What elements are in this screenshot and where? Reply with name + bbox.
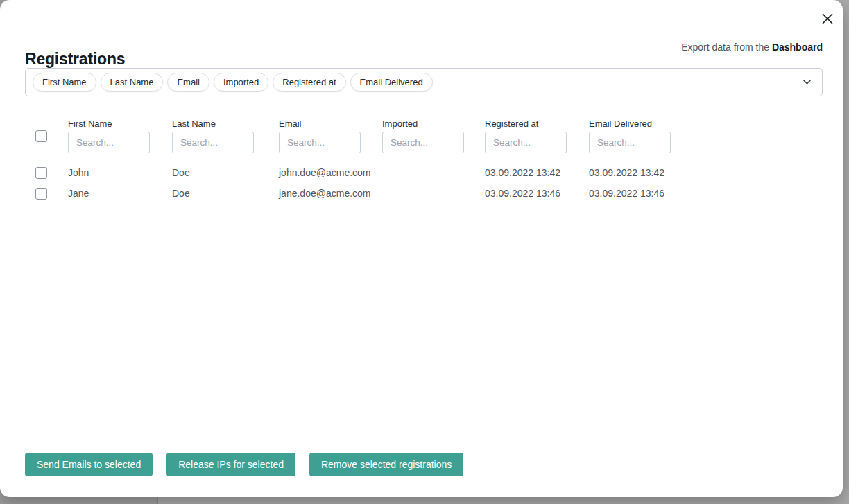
filter-chip-email[interactable]: Email (167, 73, 209, 92)
column-header-email-delivered: Email Delivered (589, 119, 823, 153)
column-filter-bar[interactable]: First Name Last Name Email Imported Regi… (25, 68, 823, 96)
cell-first-name: John (68, 167, 172, 178)
column-header-last-name: Last Name (172, 119, 279, 153)
cell-email: john.doe@acme.com (279, 167, 382, 178)
column-header-email: Email (279, 119, 382, 153)
select-all-cell (25, 119, 68, 153)
column-header-imported: Imported (382, 119, 485, 153)
close-icon (821, 12, 834, 25)
cell-registered-at: 03.09.2022 13:46 (485, 188, 589, 199)
search-input-first-name[interactable] (68, 132, 150, 153)
export-note: Export data from the Dashboard (681, 42, 823, 53)
table-row[interactable]: John Doe john.doe@acme.com 03.09.2022 13… (25, 162, 823, 183)
column-label: First Name (68, 119, 172, 129)
bulk-actions: Send Emails to selected Release IPs for … (25, 453, 463, 476)
filter-chip-imported[interactable]: Imported (214, 73, 268, 92)
filter-chip-last-name[interactable]: Last Name (101, 73, 164, 92)
row-select-cell (25, 188, 68, 200)
cell-email: jane.doe@acme.com (279, 188, 382, 199)
registrations-table: First Name Last Name Email Imported Regi… (25, 119, 823, 204)
cell-last-name: Doe (172, 188, 279, 199)
dashboard-link[interactable]: Dashboard (772, 42, 823, 53)
export-note-text: Export data from the (681, 42, 772, 53)
column-header-registered-at: Registered at (485, 119, 589, 153)
row-checkbox[interactable] (35, 188, 47, 200)
column-label: Last Name (172, 119, 279, 129)
page-title: Registrations (25, 50, 125, 69)
table-header-row: First Name Last Name Email Imported Regi… (25, 119, 823, 153)
search-input-registered-at[interactable] (485, 132, 567, 153)
filter-chip-first-name[interactable]: First Name (33, 73, 96, 92)
send-emails-button[interactable]: Send Emails to selected (25, 453, 153, 476)
registrations-modal: Registrations Export data from the Dashb… (0, 0, 843, 497)
cell-email-delivered: 03.09.2022 13:46 (589, 188, 823, 199)
search-input-email[interactable] (279, 132, 361, 153)
remove-registrations-button[interactable]: Remove selected registrations (309, 453, 463, 476)
search-input-last-name[interactable] (172, 132, 254, 153)
column-label: Email Delivered (589, 119, 823, 129)
column-label: Registered at (485, 119, 589, 129)
column-label: Email (279, 119, 382, 129)
cell-email-delivered: 03.09.2022 13:42 (589, 167, 823, 178)
filter-bar-dropdown-button[interactable] (791, 71, 822, 93)
release-ips-button[interactable]: Release IPs for selected (166, 453, 295, 476)
filter-chip-registered-at[interactable]: Registered at (273, 73, 345, 92)
row-checkbox[interactable] (35, 167, 47, 179)
cell-first-name: Jane (68, 188, 172, 199)
cell-last-name: Doe (172, 167, 279, 178)
column-header-first-name: First Name (68, 119, 172, 153)
row-select-cell (25, 167, 68, 179)
filter-chip-list: First Name Last Name Email Imported Regi… (33, 73, 433, 92)
filter-chip-email-delivered[interactable]: Email Delivered (350, 73, 433, 92)
chevron-down-icon (803, 80, 811, 85)
search-input-email-delivered[interactable] (589, 132, 671, 153)
search-input-imported[interactable] (382, 132, 464, 153)
select-all-checkbox[interactable] (35, 130, 47, 142)
column-label: Imported (382, 119, 485, 129)
close-button[interactable] (820, 11, 835, 26)
cell-registered-at: 03.09.2022 13:42 (485, 167, 589, 178)
table-row[interactable]: Jane Doe jane.doe@acme.com 03.09.2022 13… (25, 183, 823, 204)
